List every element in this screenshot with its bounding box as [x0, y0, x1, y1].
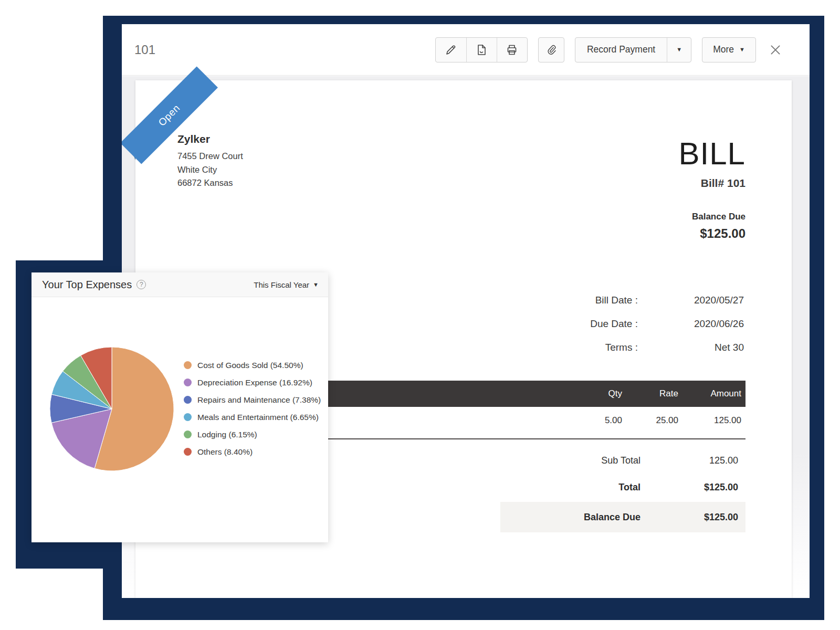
total-value: $125.00 — [640, 482, 738, 493]
bill-date-row: Bill Date : 2020/05/27 — [497, 288, 744, 312]
vendor-address-line: 66872 Kansas — [177, 176, 243, 190]
top-expenses-header: Your Top Expenses ? This Fiscal Year ▼ — [32, 272, 328, 297]
qty-cell: 5.00 — [570, 415, 622, 426]
legend-dot — [184, 361, 192, 369]
close-button[interactable] — [766, 41, 784, 59]
legend-label: Cost of Goods Sold (54.50%) — [197, 361, 303, 370]
vendor-name: Zylker — [177, 133, 243, 145]
bill-header-block: BILL Bill# 101 Balance Due $125.00 — [679, 138, 746, 241]
chevron-down-icon: ▼ — [676, 47, 682, 52]
top-expenses-card: Your Top Expenses ? This Fiscal Year ▼ C… — [32, 272, 328, 542]
total-label: Total — [500, 482, 640, 493]
legend-label: Others (8.40%) — [197, 447, 253, 457]
legend-item: Cost of Goods Sold (54.50%) — [184, 356, 321, 374]
legend-item: Others (8.40%) — [184, 443, 321, 460]
chevron-down-icon: ▼ — [739, 47, 745, 52]
print-button[interactable] — [497, 38, 527, 62]
legend-label: Meals and Entertainment (6.65%) — [197, 413, 319, 422]
document-actions-group — [435, 37, 528, 62]
legend-item: Lodging (6.15%) — [184, 426, 321, 443]
bill-date-label: Bill Date : — [497, 295, 638, 306]
amount-cell: 125.00 — [678, 415, 741, 426]
top-expenses-title: Your Top Expenses — [42, 279, 132, 291]
record-payment-label: Record Payment — [587, 44, 655, 55]
bill-title: BILL — [679, 138, 746, 170]
bill-date-value: 2020/05/27 — [638, 295, 744, 306]
edit-button[interactable] — [436, 38, 466, 62]
record-payment-split-button: Record Payment ▼ — [575, 37, 691, 62]
legend-dot — [184, 396, 192, 404]
more-button[interactable]: More ▼ — [702, 37, 756, 62]
status-ribbon-label: Open — [156, 102, 182, 129]
toolbar-actions: Record Payment ▼ More ▼ — [435, 37, 784, 62]
amount-header: Amount — [678, 388, 741, 399]
terms-label: Terms : — [497, 342, 638, 353]
balance-due-label: Balance Due — [679, 212, 746, 222]
legend-dot — [184, 448, 192, 456]
pdf-file-icon — [475, 44, 488, 56]
rate-header: Rate — [622, 388, 678, 399]
pdf-button[interactable] — [466, 38, 497, 62]
legend-dot — [184, 413, 192, 421]
record-payment-dropdown[interactable]: ▼ — [667, 38, 691, 62]
paperclip-icon — [545, 44, 557, 56]
legend-item: Meals and Entertainment (6.65%) — [184, 408, 321, 426]
totals-section: Sub Total 125.00 Total $125.00 Balance D… — [500, 447, 746, 532]
qty-header: Qty — [570, 388, 622, 399]
close-icon — [769, 43, 782, 57]
due-date-label: Due Date : — [497, 318, 638, 330]
vendor-address-block: Zylker 7455 Drew Court White City 66872 … — [177, 133, 243, 190]
bill-meta: Bill Date : 2020/05/27 Due Date : 2020/0… — [497, 288, 744, 359]
printer-icon — [506, 44, 518, 56]
record-payment-button[interactable]: Record Payment — [575, 38, 667, 62]
pie-chart[interactable] — [49, 346, 174, 471]
sub-total-row: Sub Total 125.00 — [500, 447, 746, 474]
vendor-address-line: 7455 Drew Court — [177, 150, 243, 163]
terms-value: Net 30 — [638, 342, 744, 353]
doc-number: 101 — [134, 43, 155, 57]
legend-dot — [184, 379, 192, 386]
period-label: This Fiscal Year — [254, 280, 309, 289]
total-row: Total $125.00 — [500, 474, 746, 501]
bill-number: Bill# 101 — [679, 177, 746, 190]
pie-legend: Cost of Goods Sold (54.50%) Depreciation… — [184, 356, 321, 460]
legend-item: Depreciation Expense (16.92%) — [184, 374, 321, 391]
sub-total-value: 125.00 — [640, 455, 738, 466]
pencil-icon — [445, 44, 457, 56]
pie-chart-wrap — [49, 346, 174, 471]
legend-label: Depreciation Expense (16.92%) — [197, 378, 312, 387]
attach-button[interactable] — [538, 37, 564, 62]
balance-due-row: Balance Due $125.00 — [500, 502, 746, 532]
legend-item: Repairs and Maintenance (7.38%) — [184, 391, 321, 408]
balance-due-value: $125.00 — [679, 226, 746, 241]
legend-label: Repairs and Maintenance (7.38%) — [197, 395, 321, 405]
period-selector[interactable]: This Fiscal Year ▼ — [254, 280, 319, 289]
due-date-value: 2020/06/26 — [638, 318, 744, 330]
chevron-down-icon: ▼ — [313, 282, 319, 288]
more-label: More — [713, 44, 734, 55]
legend-dot — [184, 430, 192, 438]
legend-label: Lodging (6.15%) — [197, 430, 257, 439]
balance-row-label: Balance Due — [500, 512, 640, 523]
due-date-row: Due Date : 2020/06/26 — [497, 312, 744, 335]
help-icon[interactable]: ? — [136, 280, 146, 289]
terms-row: Terms : Net 30 — [497, 335, 744, 359]
toolbar: 101 Record Payment — [122, 24, 810, 76]
vendor-address-line: White City — [177, 163, 243, 177]
rate-cell: 25.00 — [622, 415, 678, 426]
sub-total-label: Sub Total — [500, 455, 640, 466]
balance-row-value: $125.00 — [640, 512, 738, 523]
